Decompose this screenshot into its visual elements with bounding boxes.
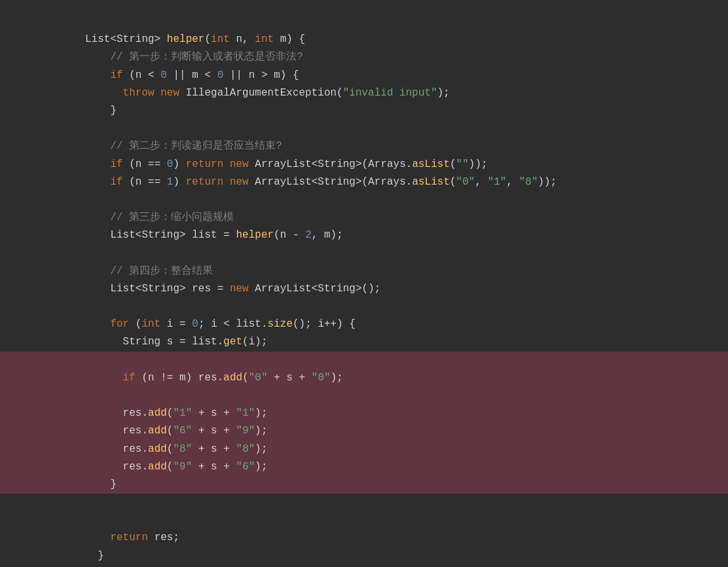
- line-28: }: [85, 550, 104, 562]
- line-21: res.add("1" + s + "1");: [85, 407, 268, 419]
- line-12: List<String> list = helper(n - 2, m);: [85, 229, 343, 241]
- highlighted-block: if (n != m) res.add("0" + s + "0"); res.…: [0, 352, 728, 494]
- line-19: if (n != m) res.add("0" + s + "0");: [85, 372, 343, 384]
- line-25: }: [85, 479, 117, 490]
- line-24: res.add("9" + s + "6");: [85, 461, 268, 473]
- line-9: if (n == 1) return new ArrayList<String>…: [85, 176, 556, 188]
- code-content: List<String> helper(int n, int m) { // 第…: [85, 13, 728, 567]
- line-5: }: [85, 105, 117, 117]
- line-7: // 第二步：判读递归是否应当结束?: [85, 140, 282, 152]
- line-17: for (int i = 0; i < list.size(); i++) {: [85, 318, 355, 330]
- line-1: List<String> helper(int n, int m) {: [85, 33, 305, 45]
- line-11: // 第三步：缩小问题规模: [85, 211, 234, 223]
- line-4: throw new IllegalArgumentException("inva…: [85, 87, 450, 99]
- line-18: String s = list.get(i);: [85, 336, 268, 348]
- line-15: List<String> res = new ArrayList<String>…: [85, 283, 380, 295]
- line-2: // 第一步：判断输入或者状态是否非法?: [85, 51, 303, 63]
- code-editor: List<String> helper(int n, int m) { // 第…: [0, 0, 728, 567]
- line-22: res.add("6" + s + "9");: [85, 425, 268, 437]
- line-27: return res;: [85, 532, 179, 543]
- line-8: if (n == 0) return new ArrayList<String>…: [85, 158, 488, 170]
- line-3: if (n < 0 || m < 0 || n > m) {: [85, 69, 299, 81]
- line-14: // 第四步：整合结果: [85, 265, 213, 277]
- line-23: res.add("8" + s + "8");: [85, 443, 268, 455]
